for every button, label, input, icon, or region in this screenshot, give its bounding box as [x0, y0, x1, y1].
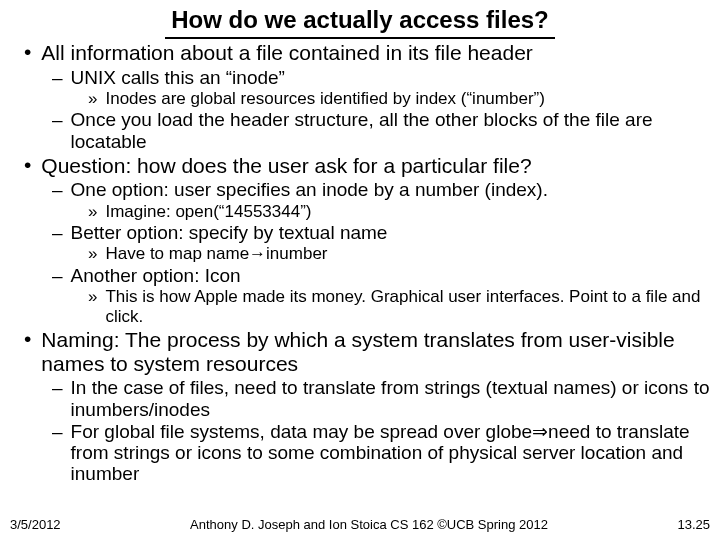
bullet-l2: Another option: Icon [52, 265, 710, 286]
bullet-l2: Once you load the header structure, all … [52, 109, 710, 152]
text: In the case of files, need to translate … [71, 377, 710, 420]
text: For global file systems, data may be spr… [71, 421, 710, 485]
bullet-l1: Question: how does the user ask for a pa… [24, 154, 710, 178]
bullet-l2: Better option: specify by textual name [52, 222, 710, 243]
text: Naming: The process by which a system tr… [41, 328, 710, 375]
bullet-l1: Naming: The process by which a system tr… [24, 328, 710, 375]
text: This is how Apple made its money. Graphi… [105, 287, 710, 326]
footer-credit: Anthony D. Joseph and Ion Stoica CS 162 … [61, 517, 678, 532]
text: Imagine: open(“14553344”) [105, 202, 311, 222]
text: Once you load the header structure, all … [71, 109, 710, 152]
bullet-l2: In the case of files, need to translate … [52, 377, 710, 420]
text: Question: how does the user ask for a pa… [41, 154, 531, 178]
bullet-l2: UNIX calls this an “inode” [52, 67, 710, 88]
bullet-l2: For global file systems, data may be spr… [52, 421, 710, 485]
slide-title: How do we actually access files? [165, 6, 554, 39]
text: All information about a file contained i… [41, 41, 532, 65]
footer-page: 13.25 [677, 517, 710, 532]
footer: 3/5/2012 Anthony D. Joseph and Ion Stoic… [10, 517, 710, 532]
bullet-l2: One option: user specifies an inode by a… [52, 179, 710, 200]
bullet-l1: All information about a file contained i… [24, 41, 710, 65]
bullet-l3: This is how Apple made its money. Graphi… [88, 287, 710, 326]
footer-date: 3/5/2012 [10, 517, 61, 532]
text: Another option: Icon [71, 265, 241, 286]
slide: How do we actually access files? All inf… [0, 0, 720, 540]
bullet-l3: Imagine: open(“14553344”) [88, 202, 710, 222]
text: Better option: specify by textual name [71, 222, 388, 243]
bullet-l3: Have to map name→inumber [88, 244, 710, 264]
text: UNIX calls this an “inode” [71, 67, 285, 88]
text: One option: user specifies an inode by a… [71, 179, 548, 200]
bullet-l3: Inodes are global resources identified b… [88, 89, 710, 109]
bullet-list: All information about a file contained i… [24, 41, 710, 65]
text: Have to map name→inumber [105, 244, 327, 264]
title-wrap: How do we actually access files? [10, 6, 710, 39]
text: Inodes are global resources identified b… [105, 89, 544, 109]
